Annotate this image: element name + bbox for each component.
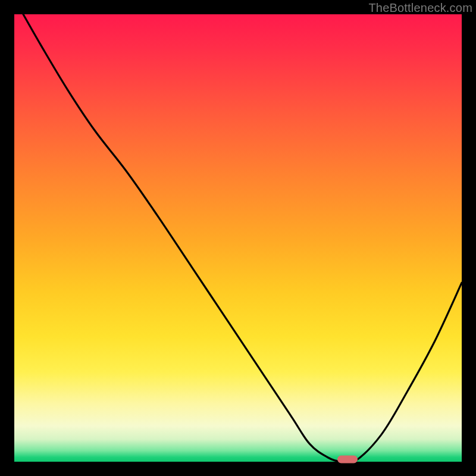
optimum-marker bbox=[337, 456, 358, 464]
bottleneck-curve bbox=[14, 14, 462, 462]
chart-frame: TheBottleneck.com bbox=[0, 0, 476, 476]
plot-area bbox=[14, 14, 462, 462]
watermark-text: TheBottleneck.com bbox=[368, 1, 472, 15]
